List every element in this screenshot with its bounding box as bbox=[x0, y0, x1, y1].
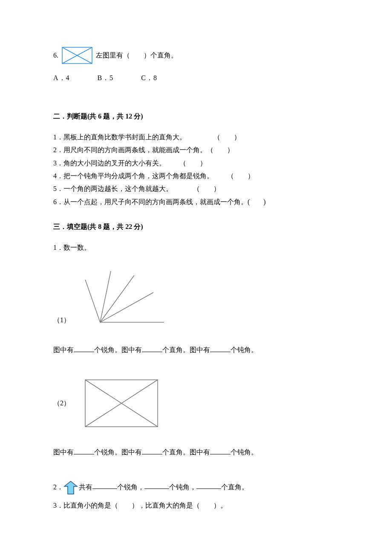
q6-figure bbox=[62, 47, 92, 64]
text-fragment: 个锐角， bbox=[117, 483, 144, 490]
svg-marker-11 bbox=[64, 481, 77, 494]
judge-item: 4．把一个钝角平均分成两个角，这两个角都是锐角。 （ ） bbox=[53, 170, 339, 182]
sub2-count-line: 图中有个锐角。图中有个直角。图中有个钝角。 bbox=[53, 446, 339, 459]
blank bbox=[74, 447, 94, 454]
text-fragment: 个直角。 bbox=[221, 483, 248, 490]
q6-text: 左图里有（ ）个直角。 bbox=[96, 49, 178, 62]
judge-item: 1．黑板上的直角比数学书封面上的直角大。 （ ） bbox=[53, 131, 339, 144]
q6-option-c: C．8 bbox=[141, 72, 157, 84]
blank bbox=[210, 447, 231, 454]
blank bbox=[74, 345, 94, 352]
svg-line-7 bbox=[85, 280, 100, 322]
judge-item: 3．角的大小同边的叉开的大小有关。 （ ） bbox=[53, 157, 339, 170]
blank bbox=[196, 482, 221, 489]
section2-title: 二．判断题(共 6 题，共 12 分) bbox=[53, 110, 339, 123]
text-fragment: 个锐角。图中有 bbox=[94, 346, 142, 353]
svg-line-4 bbox=[100, 292, 153, 322]
text-fragment: 个直角。图中有 bbox=[162, 346, 210, 353]
q6-option-a: A．4 bbox=[53, 72, 70, 84]
arrow-up-icon bbox=[63, 480, 78, 495]
section3-title: 三．填空题(共 8 题，共 22 分) bbox=[53, 220, 339, 233]
blank bbox=[142, 447, 162, 454]
text-fragment: 个直角。图中有 bbox=[162, 448, 210, 456]
sub1-figure bbox=[83, 267, 168, 327]
text-fragment: 个钝角。 bbox=[231, 346, 258, 353]
judge-item: 2．用尺向不同的方向画两条线，就能画成一个角。（ ） bbox=[53, 144, 339, 156]
q2-prefix: 2． bbox=[53, 483, 63, 490]
text-fragment: 个钝角， bbox=[169, 483, 196, 490]
q6-option-b: B．5 bbox=[98, 72, 114, 84]
sub1-label: （1） bbox=[53, 314, 83, 327]
blank bbox=[144, 482, 169, 489]
section2-list: 1．黑板上的直角比数学书封面上的直角大。 （ ） 2．用尺向不同的方向画两条线，… bbox=[53, 131, 339, 208]
sub2-figure bbox=[83, 378, 160, 429]
q1-label: 1．数一数。 bbox=[53, 241, 339, 254]
q3-line: 3．比直角小的角是（ ），比直角大的角是（ ）。 bbox=[53, 499, 339, 512]
sub1-count-line: 图中有个锐角。图中有个直角。图中有个钝角。 bbox=[53, 344, 339, 356]
q2-line: 2． 共有个锐角，个钝角，个直角。 bbox=[53, 480, 339, 495]
text-fragment: 图中有 bbox=[53, 346, 74, 353]
text-fragment: 个钝角。 bbox=[231, 448, 258, 456]
text-fragment: 个锐角。图中有 bbox=[94, 448, 142, 456]
sub2-label: （2） bbox=[53, 397, 83, 410]
blank bbox=[92, 482, 117, 489]
blank bbox=[210, 345, 231, 352]
judge-item: 6．从一个点起，用尺子向不同的方向画两条线，就画成一个角。( ) bbox=[53, 196, 339, 208]
q6-options: A．4 B．5 C．8 bbox=[53, 72, 339, 84]
blank bbox=[142, 345, 162, 352]
q6-prefix: 6. bbox=[53, 49, 58, 62]
judge-item: 5．一个角的两边越长，这个角就越大。 （ ） bbox=[53, 182, 339, 195]
text-fragment: 共有 bbox=[79, 483, 92, 490]
text-fragment: 图中有 bbox=[53, 448, 74, 456]
